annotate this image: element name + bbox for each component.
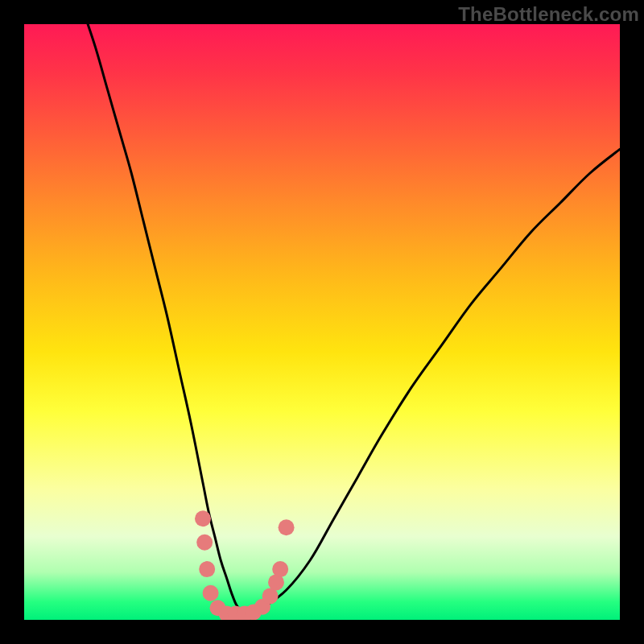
chart-root: TheBottleneck.com bbox=[0, 0, 644, 644]
data-point bbox=[262, 588, 279, 604]
points-layer bbox=[24, 24, 620, 620]
data-point bbox=[203, 585, 219, 601]
data-point bbox=[195, 510, 211, 526]
plot-area bbox=[24, 24, 620, 620]
plot-frame bbox=[24, 24, 620, 620]
data-point bbox=[279, 519, 295, 535]
watermark-text: TheBottleneck.com bbox=[458, 3, 639, 26]
data-point bbox=[196, 535, 213, 551]
data-point bbox=[272, 561, 288, 577]
data-point bbox=[199, 561, 215, 577]
data-points bbox=[195, 510, 295, 620]
